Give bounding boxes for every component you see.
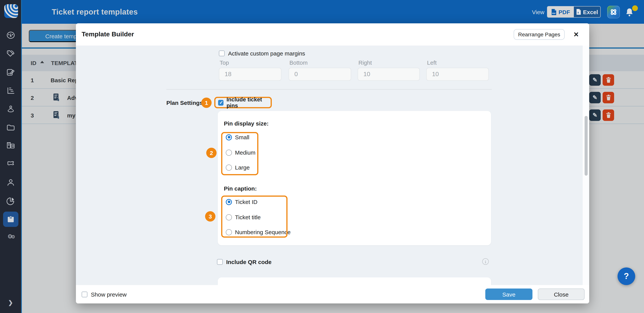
sidebar-item-reports[interactable] [0, 194, 21, 207]
row-id: 1 [31, 77, 34, 83]
user-icon [6, 178, 15, 187]
pin-size-highlight [221, 132, 258, 175]
page-title: Ticket report templates [52, 8, 138, 16]
margin-left-input[interactable] [426, 68, 489, 81]
sidebar-item-report-templates[interactable] [3, 212, 18, 227]
sidebar-item-company[interactable] [0, 139, 21, 152]
pin-display-size-label: Pin display size: [224, 120, 268, 127]
template-doc-icon [53, 111, 60, 119]
app-logo[interactable] [4, 4, 18, 18]
sort-asc-icon[interactable] [40, 61, 44, 63]
margin-bottom-label: Bottom [290, 59, 308, 66]
person-pin-icon [6, 105, 15, 114]
pin-caption-label: Pin caption: [224, 185, 257, 192]
trash-icon [606, 77, 611, 83]
margin-left-label: Left [427, 59, 436, 66]
pencil-icon: ✎ [592, 94, 597, 101]
include-ticket-pins-checkbox[interactable] [218, 100, 224, 105]
show-preview-row: Show preview [82, 291, 127, 298]
edit-button[interactable]: ✎ [589, 109, 601, 121]
delete-button[interactable] [602, 92, 614, 103]
close-icon: ✕ [574, 30, 579, 38]
pdf-file-icon: PDF [551, 8, 556, 15]
gears-icon: ⚙⚙ [8, 233, 14, 240]
annotation-3: 3 [205, 211, 216, 222]
flag-icon [6, 159, 15, 169]
margin-bottom-input[interactable] [289, 68, 351, 81]
company-icon [6, 141, 15, 150]
modal-scrollbar-thumb[interactable] [584, 116, 588, 176]
sidebar-expand-button[interactable]: ❯ [0, 296, 21, 309]
pdf-label: PDF [558, 8, 570, 15]
app-logo-icon [4, 4, 18, 18]
template-builder-modal: Template Builder Rearrange Pages ✕ Activ… [76, 23, 589, 304]
sidebar-item-flags[interactable] [0, 158, 21, 171]
close-button[interactable]: Close [538, 289, 584, 300]
margin-right-input[interactable] [358, 68, 420, 81]
custom-margins-label: Activate custom page margins [228, 50, 305, 57]
edit-button[interactable]: ✎ [589, 74, 601, 86]
sidebar-item-projects[interactable] [0, 121, 21, 134]
excel-toggle-button[interactable]: x Excel [574, 6, 600, 17]
trash-icon [606, 112, 611, 118]
svg-text:x: x [578, 11, 579, 14]
clipboard-icon [6, 215, 15, 223]
excel-file-icon: x [576, 9, 581, 15]
pin-caption-highlight [221, 195, 288, 238]
svg-text:PDF: PDF [552, 12, 556, 14]
marketplace-button[interactable] [607, 6, 620, 18]
sidebar-item-users[interactable] [0, 176, 21, 189]
sidebar-item-site-plans[interactable] [0, 103, 21, 116]
section-divider [166, 89, 492, 90]
include-ticket-pins-label: Include ticket pins [226, 96, 271, 109]
connect-logo-icon [610, 8, 618, 16]
pdf-toggle-button[interactable]: PDF PDF [548, 6, 574, 17]
sidebar-item-statistics[interactable] [0, 84, 21, 97]
info-icon[interactable]: i [482, 258, 489, 265]
sidebar-item-dashboard[interactable] [0, 29, 21, 42]
modal-close-button[interactable]: ✕ [571, 29, 581, 39]
help-button[interactable]: ? [618, 268, 635, 285]
sidebar: ⚙⚙ ❯ [0, 0, 22, 313]
sidebar-item-settings[interactable]: ⚙⚙ [0, 230, 21, 243]
trash-icon [606, 95, 611, 101]
margin-top-input[interactable] [219, 68, 281, 81]
view-label: View [532, 9, 544, 15]
pencil-icon: ✎ [592, 77, 597, 83]
sidebar-item-tags[interactable] [0, 47, 21, 60]
chevron-right-icon: ❯ [8, 299, 13, 306]
chart-icon [6, 86, 15, 95]
rearrange-pages-button[interactable]: Rearrange Pages [514, 29, 565, 40]
folder-icon [6, 123, 15, 132]
modal-footer: Show preview Save Close [76, 285, 589, 304]
edit-button[interactable]: ✎ [589, 92, 601, 103]
sidebar-item-tickets[interactable] [0, 66, 21, 79]
margin-right-label: Right [358, 59, 372, 66]
include-qr-checkbox[interactable] [217, 259, 223, 265]
save-button[interactable]: Save [485, 289, 532, 300]
top-bar: Ticket report templates View PDF PDF x E… [22, 0, 644, 24]
modal-body: Activate custom page margins Top Bottom … [76, 45, 589, 285]
row-template-name: my [67, 112, 75, 119]
question-mark-icon: ? [624, 271, 629, 281]
include-qr-row: Include QR code [217, 259, 272, 265]
pie-chart-icon [6, 196, 15, 205]
template-doc-icon [53, 93, 60, 101]
include-qr-label: Include QR code [226, 259, 272, 265]
ticket-edit-icon [6, 68, 15, 77]
delete-button[interactable] [602, 74, 614, 86]
row-id: 2 [31, 95, 34, 101]
custom-margins-checkbox[interactable] [219, 50, 225, 56]
tags-icon [6, 49, 15, 58]
col-header-id[interactable]: ID [31, 60, 36, 66]
qr-settings-card: Choose printing location [218, 277, 491, 285]
margin-top-label: Top [220, 59, 229, 66]
pencil-icon: ✎ [592, 112, 597, 119]
plan-settings-label: Plan Settings [166, 100, 203, 106]
annotation-1: 1 [201, 98, 212, 108]
show-preview-label: Show preview [91, 291, 127, 298]
delete-button[interactable] [602, 109, 614, 121]
show-preview-checkbox[interactable] [82, 292, 88, 297]
notifications-button[interactable] [624, 6, 637, 19]
annotation-2: 2 [206, 148, 216, 158]
